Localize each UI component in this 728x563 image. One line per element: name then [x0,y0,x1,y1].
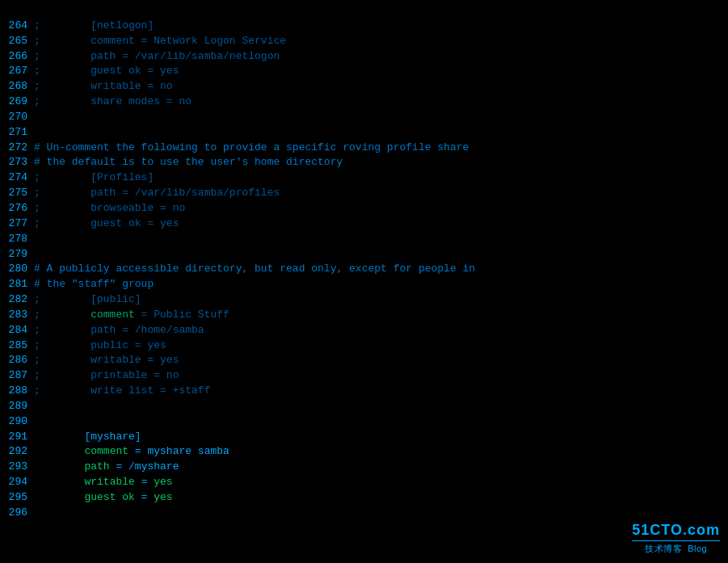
code-line: 282; [public] [0,292,728,308]
code-line: 287; printable = no [0,368,728,384]
code-line: 280# A publicly accessible directory, bu… [0,262,728,277]
line-number: 293 [3,460,34,475]
code-line: 288; write list = +staff [0,384,728,399]
line-content: writable = yes [34,475,725,490]
code-line: 281# the "staff" group [0,277,728,292]
line-number: 272 [3,141,34,156]
code-line: 292 comment = myshare samba [0,444,728,460]
line-number: 286 [3,353,34,368]
line-content: ; guest ok = yes [34,64,725,79]
line-content: guest ok = yes [34,490,725,506]
line-content: ; path = /var/lib/samba/netlogon [34,49,725,65]
line-number: 291 [3,430,34,445]
code-line: 283; comment = Public Stuff [0,308,728,323]
code-line: 296 [0,506,728,521]
code-line: 276; browseable = no [0,201,728,216]
line-number: 287 [3,368,34,384]
line-content: comment = myshare samba [34,444,725,460]
line-number: 273 [3,155,34,170]
code-line: 278 [0,232,728,247]
line-content: ; path = /var/lib/samba/profiles [34,186,725,201]
line-number: 280 [3,262,34,277]
line-content: ; writable = no [34,79,725,95]
line-number: 281 [3,277,34,292]
line-number: 275 [3,186,34,201]
watermark-top: 51CTO.com [632,522,720,539]
line-content: ; [public] [34,292,725,308]
code-line: 279 [0,247,728,263]
line-content: ; write list = +staff [34,384,725,399]
code-line: 285; public = yes [0,338,728,354]
line-content: ; guest ok = yes [34,216,725,232]
code-line: 289 [0,399,728,414]
line-number: 270 [3,110,34,125]
code-line: 294 writable = yes [0,475,728,490]
line-number: 267 [3,64,34,79]
line-number: 277 [3,216,34,232]
code-editor: 264; [netlogon]265; comment = Network Lo… [0,0,728,524]
line-number: 288 [3,384,34,399]
code-line: 272# Un-comment the following to provide… [0,141,728,156]
line-content: # the default is to use the user's home … [34,155,725,170]
line-number: 266 [3,49,34,65]
line-number: 264 [3,19,34,34]
line-number: 269 [3,95,34,110]
watermark-bottom: 技术博客 Blog [645,543,707,555]
line-content: ; public = yes [34,338,725,354]
line-content: ; [netlogon] [34,19,725,34]
line-content: ; path = /home/samba [34,323,725,338]
line-content: # A publicly accessible directory, but r… [34,262,725,277]
line-content: ; [Profiles] [34,170,725,186]
code-line: 264; [netlogon] [0,19,728,34]
code-line: 293 path = /myshare [0,460,728,475]
line-content: ; comment = Public Stuff [34,308,725,323]
watermark: 51CTO.com 技术博客 Blog [632,522,720,555]
line-number: 282 [3,292,34,308]
code-line: 290 [0,414,728,430]
line-number: 295 [3,490,34,506]
code-line: 273# the default is to use the user's ho… [0,155,728,170]
code-line: 267; guest ok = yes [0,64,728,79]
line-content: [myshare] [34,430,725,445]
line-content: path = /myshare [34,460,725,475]
line-number: 265 [3,34,34,49]
line-number: 294 [3,475,34,490]
line-number: 290 [3,414,34,430]
line-number: 278 [3,232,34,247]
code-line: 266; path = /var/lib/samba/netlogon [0,49,728,65]
code-line: 286; writable = yes [0,353,728,368]
code-line: 265; comment = Network Logon Service [0,34,728,49]
code-line: 284; path = /home/samba [0,323,728,338]
line-number: 285 [3,338,34,354]
line-number: 279 [3,247,34,263]
code-line: 291 [myshare] [0,430,728,445]
code-line: 275; path = /var/lib/samba/profiles [0,186,728,201]
line-content: ; writable = yes [34,353,725,368]
line-number: 292 [3,444,34,460]
line-content: ; comment = Network Logon Service [34,34,725,49]
line-number: 289 [3,399,34,414]
line-number: 276 [3,201,34,216]
code-line: 271 [0,125,728,141]
line-content: # Un-comment the following to provide a … [34,141,725,156]
line-number: 268 [3,79,34,95]
code-line: 274; [Profiles] [0,170,728,186]
line-number: 283 [3,308,34,323]
line-number: 271 [3,125,34,141]
line-number: 274 [3,170,34,186]
line-content: ; share modes = no [34,95,725,110]
line-content: ; printable = no [34,368,725,384]
code-line: 295 guest ok = yes [0,490,728,506]
code-line: 268; writable = no [0,79,728,95]
line-number: 296 [3,506,34,521]
line-number: 284 [3,323,34,338]
line-content: # the "staff" group [34,277,725,292]
line-content: ; browseable = no [34,201,725,216]
code-line: 270 [0,110,728,125]
code-line: 269; share modes = no [0,95,728,110]
code-line: 277; guest ok = yes [0,216,728,232]
